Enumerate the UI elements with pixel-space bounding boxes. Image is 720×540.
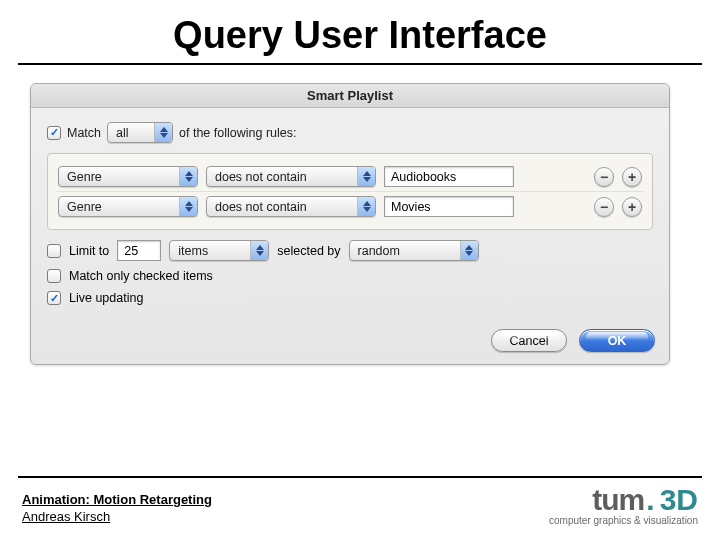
svg-marker-2: [185, 171, 193, 176]
remove-rule-button[interactable]: −: [594, 197, 614, 217]
brand-subtitle: computer graphics & visualization: [549, 515, 698, 526]
svg-marker-6: [185, 201, 193, 206]
match-row: Match all of the following rules:: [47, 122, 653, 143]
svg-marker-8: [363, 201, 371, 206]
svg-marker-1: [160, 133, 168, 138]
brand-logo: tum.3D: [549, 483, 698, 517]
rule-field-select[interactable]: Genre: [58, 166, 198, 187]
limit-method-value: random: [358, 244, 452, 258]
svg-marker-3: [185, 177, 193, 182]
cancel-button[interactable]: Cancel: [491, 329, 567, 352]
footer-topic: Animation: Motion Retargeting: [22, 491, 212, 509]
limit-method-select[interactable]: random: [349, 240, 479, 261]
live-updating-checkbox[interactable]: [47, 291, 61, 305]
add-rule-button[interactable]: +: [622, 167, 642, 187]
rule-row: Genre does not contain: [56, 162, 644, 191]
smart-playlist-panel: Smart Playlist Match all of the followin…: [30, 83, 670, 365]
brand-dot-icon: .: [646, 483, 654, 517]
svg-marker-10: [256, 245, 264, 250]
footer-author: Andreas Kirsch: [22, 508, 212, 526]
remove-rule-button[interactable]: −: [594, 167, 614, 187]
dropdown-arrows-icon: [154, 123, 172, 142]
live-updating-label: Live updating: [69, 291, 143, 305]
dropdown-arrows-icon: [357, 197, 375, 216]
svg-marker-4: [363, 171, 371, 176]
limit-checkbox[interactable]: [47, 244, 61, 258]
footer-right: tum.3D computer graphics & visualization: [549, 483, 698, 526]
rule-operator-value: does not contain: [215, 200, 349, 214]
match-checkbox[interactable]: [47, 126, 61, 140]
page-title: Query User Interface: [0, 0, 720, 63]
limit-unit-select[interactable]: items: [169, 240, 269, 261]
brand-tum-text: tum: [592, 483, 644, 517]
rule-field-value: Genre: [67, 200, 171, 214]
ok-button[interactable]: OK: [579, 329, 655, 352]
rule-field-value: Genre: [67, 170, 171, 184]
dropdown-arrows-icon: [357, 167, 375, 186]
match-suffix-label: of the following rules:: [179, 126, 296, 140]
match-only-checkbox[interactable]: [47, 269, 61, 283]
rule-row: Genre does not contain: [56, 191, 644, 221]
rule-value-input[interactable]: [384, 196, 514, 217]
match-mode-select[interactable]: all: [107, 122, 173, 143]
dropdown-arrows-icon: [460, 241, 478, 260]
limit-unit-value: items: [178, 244, 242, 258]
svg-marker-0: [160, 127, 168, 132]
title-divider: [18, 63, 702, 65]
svg-marker-13: [465, 251, 473, 256]
match-mode-value: all: [116, 126, 146, 140]
svg-marker-9: [363, 207, 371, 212]
rule-operator-select[interactable]: does not contain: [206, 196, 376, 217]
rules-container: Genre does not contain: [47, 153, 653, 230]
panel-titlebar: Smart Playlist: [31, 84, 669, 108]
rule-operator-select[interactable]: does not contain: [206, 166, 376, 187]
footer-divider: [18, 476, 702, 478]
button-row: Cancel OK: [31, 317, 669, 364]
live-updating-row: Live updating: [47, 291, 653, 305]
svg-marker-7: [185, 207, 193, 212]
rule-operator-value: does not contain: [215, 170, 349, 184]
dropdown-arrows-icon: [250, 241, 268, 260]
brand-3d-text: 3D: [660, 483, 698, 517]
selected-by-label: selected by: [277, 244, 340, 258]
footer: Animation: Motion Retargeting Andreas Ki…: [0, 483, 720, 526]
add-rule-button[interactable]: +: [622, 197, 642, 217]
limit-row: Limit to items selected by random: [47, 240, 653, 261]
match-only-row: Match only checked items: [47, 269, 653, 283]
footer-left: Animation: Motion Retargeting Andreas Ki…: [22, 491, 212, 526]
rule-field-select[interactable]: Genre: [58, 196, 198, 217]
svg-marker-5: [363, 177, 371, 182]
limit-label: Limit to: [69, 244, 109, 258]
rule-value-input[interactable]: [384, 166, 514, 187]
svg-marker-11: [256, 251, 264, 256]
dropdown-arrows-icon: [179, 197, 197, 216]
match-only-label: Match only checked items: [69, 269, 213, 283]
svg-marker-12: [465, 245, 473, 250]
dropdown-arrows-icon: [179, 167, 197, 186]
limit-count-input[interactable]: [117, 240, 161, 261]
match-prefix-label: Match: [67, 126, 101, 140]
